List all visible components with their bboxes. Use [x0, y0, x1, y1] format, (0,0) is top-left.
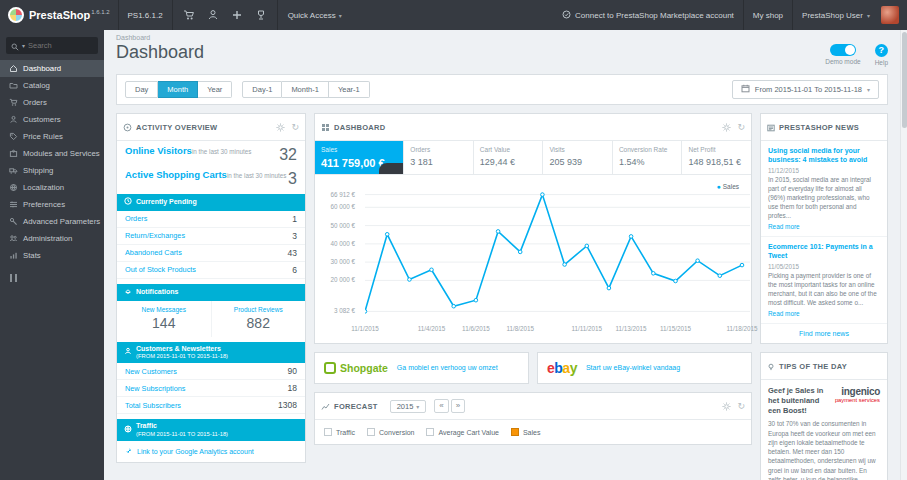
sidebar-search[interactable]: ▾ [6, 37, 98, 54]
sidebar-item-localization[interactable]: Localization [0, 179, 104, 196]
year-button[interactable]: Year [198, 81, 232, 98]
pending-row-abandoned-carts[interactable]: Abandoned Carts43 [117, 245, 305, 262]
kpi-conversion-rate[interactable]: Conversion Rate 1.54% [613, 141, 683, 174]
pending-row-out-of-stock[interactable]: Out of Stock Products6 [117, 262, 305, 279]
panel-title: PRESTASHOP NEWS [779, 123, 859, 132]
pending-row-returns[interactable]: Return/Exchanges3 [117, 228, 305, 245]
next-year-button[interactable]: » [451, 399, 465, 413]
ebay-module-ad[interactable]: ebay Start uw eBay-winkel vandaag [537, 352, 752, 384]
month-1-button[interactable]: Month-1 [282, 81, 329, 98]
forecast-legend-average-cart-value[interactable]: Average Cart Value [426, 428, 498, 436]
trophy-icon[interactable] [255, 9, 267, 21]
x-tick-label: 11/13/2015 [616, 325, 647, 332]
page-title: Dashboard [116, 42, 204, 63]
news-article: Ecommerce 101: Payments in a Tweet 11/05… [761, 237, 887, 324]
kpi-sales[interactable]: Sales 411 759,00 € [315, 141, 404, 174]
user-menu[interactable]: PrestaShop User ▾ [793, 0, 879, 30]
day-button[interactable]: Day [125, 81, 158, 98]
chevron-down-icon: ▾ [867, 12, 870, 19]
sidebar-item-preferences[interactable]: Preferences [0, 196, 104, 213]
sidebar-item-dashboard[interactable]: Dashboard [0, 60, 104, 77]
x-tick-label: 11/15/2015 [660, 325, 691, 332]
new-messages-stat[interactable]: New Messages 144 [117, 301, 212, 337]
collapse-sidebar-icon[interactable] [0, 264, 104, 282]
customers-row-new-customers[interactable]: New Customers90 [117, 363, 305, 380]
search-input[interactable] [28, 41, 93, 50]
product-reviews-stat[interactable]: Product Reviews 882 [212, 301, 306, 337]
forecast-legend-sales[interactable]: Sales [511, 428, 541, 436]
gear-icon[interactable] [722, 397, 731, 415]
sidebar-item-administration[interactable]: Administration [0, 230, 104, 247]
x-tick-label: 11/4/2015 [418, 325, 446, 332]
kpi-net-profit[interactable]: Net Profit 148 918,51 € [682, 141, 751, 174]
news-article-title[interactable]: Ecommerce 101: Payments in a Tweet [768, 242, 880, 260]
sidebar-item-customers[interactable]: Customers [0, 111, 104, 128]
day-1-button[interactable]: Day-1 [242, 81, 282, 98]
panel-title: TIPS OF THE DAY [779, 362, 847, 371]
shopgate-module-ad[interactable]: Shopgate Ga mobiel en verhoog uw omzet [314, 352, 529, 384]
scrollbar-thumb[interactable] [902, 32, 907, 128]
sidebar-item-price-rules[interactable]: Price Rules [0, 128, 104, 145]
google-analytics-link[interactable]: Link to your Google Analytics account [117, 441, 305, 462]
marketplace-link[interactable]: Connect to PrestaShop Marketplace accoun… [553, 0, 743, 30]
sidebar-item-stats[interactable]: Stats [0, 247, 104, 264]
globe-icon [124, 425, 132, 436]
quick-access-menu[interactable]: Quick Access ▾ [278, 11, 352, 20]
sales-chart: ●Sales 66 912 €60 000 €50 000 €40 000 €3… [323, 183, 743, 341]
read-more-link[interactable]: Read more [768, 223, 880, 230]
pending-row-orders[interactable]: Orders1 [117, 211, 305, 228]
news-article-excerpt: Picking a payment provider is one of the… [768, 272, 880, 308]
avatar[interactable] [881, 6, 899, 24]
shopgate-ad-link[interactable]: Ga mobiel en verhoog uw omzet [397, 363, 498, 372]
question-icon: ? [875, 44, 888, 57]
online-visitors-metric[interactable]: Online Visitorsin the last 30 minutes 32 [117, 141, 305, 165]
gear-icon[interactable] [722, 118, 731, 136]
forecast-legend-conversion[interactable]: Conversion [367, 428, 414, 436]
my-shop-link[interactable]: My shop [744, 0, 792, 30]
customer-icon[interactable] [207, 9, 219, 21]
kpi-cart-value[interactable]: Cart Value 129,44 € [474, 141, 544, 174]
active-carts-metric[interactable]: Active Shopping Cartsin the last 30 minu… [117, 165, 305, 189]
refresh-icon[interactable]: ↻ [737, 402, 745, 411]
globe-icon [8, 183, 19, 192]
forecast-legend-traffic[interactable]: Traffic [324, 428, 355, 436]
date-range-picker[interactable]: From 2015-11-01 To 2015-11-18 ▾ [732, 80, 879, 99]
grid-icon [321, 118, 330, 136]
date-filter-bar: Day Month Year Day-1 Month-1 Year-1 From… [116, 74, 888, 105]
panel-title: DASHBOARD [334, 123, 385, 132]
person-icon [124, 347, 132, 358]
read-more-link[interactable]: Read more [768, 310, 880, 317]
year-1-button[interactable]: Year-1 [329, 81, 370, 98]
shop-version-label[interactable]: PS1.6.1.2 [119, 11, 172, 20]
gear-icon[interactable] [276, 118, 285, 136]
demo-mode-toggle[interactable]: Demo mode [825, 44, 860, 66]
refresh-icon[interactable]: ↻ [291, 123, 299, 132]
news-article-title[interactable]: Using social media for your business: 4 … [768, 146, 880, 164]
scrollbar[interactable] [900, 30, 907, 480]
sidebar-item-catalog[interactable]: Catalog [0, 77, 104, 94]
prestashop-logo[interactable]: PrestaShop1.6.1.2 [0, 0, 118, 30]
tips-of-the-day-panel: TIPS OF THE DAY Geef je Sales in het bui… [760, 352, 888, 480]
cart-icon[interactable] [183, 9, 195, 21]
customers-row-new-subscriptions[interactable]: New Subscriptions18 [117, 380, 305, 397]
sidebar-item-modules[interactable]: Modules and Services [0, 145, 104, 162]
month-button[interactable]: Month [158, 81, 198, 98]
ebay-ad-link[interactable]: Start uw eBay-winkel vandaag [586, 363, 680, 372]
previous-year-button[interactable]: « [434, 399, 448, 413]
bar-chart-icon [8, 251, 19, 260]
breadcrumb[interactable]: Dashboard [104, 30, 900, 41]
forecast-year-select[interactable]: 2015 ▾ [390, 400, 427, 413]
refresh-icon[interactable]: ↻ [737, 123, 745, 132]
help-button[interactable]: ? Help [875, 44, 888, 66]
kpi-visits[interactable]: Visits 205 939 [543, 141, 613, 174]
find-more-news-link[interactable]: Find more news [761, 324, 887, 343]
x-tick-label: 11/11/2015 [571, 325, 602, 332]
kpi-orders[interactable]: Orders 3 181 [404, 141, 474, 174]
pulse-icon [123, 118, 132, 136]
toggle-on-icon[interactable] [830, 44, 856, 56]
sidebar-item-orders[interactable]: Orders [0, 94, 104, 111]
customers-row-total-subscribers[interactable]: Total Subscribers1308 [117, 397, 305, 414]
sidebar-item-advanced-parameters[interactable]: Advanced Parameters [0, 213, 104, 230]
add-icon[interactable] [231, 9, 243, 21]
sidebar-item-shipping[interactable]: Shipping [0, 162, 104, 179]
